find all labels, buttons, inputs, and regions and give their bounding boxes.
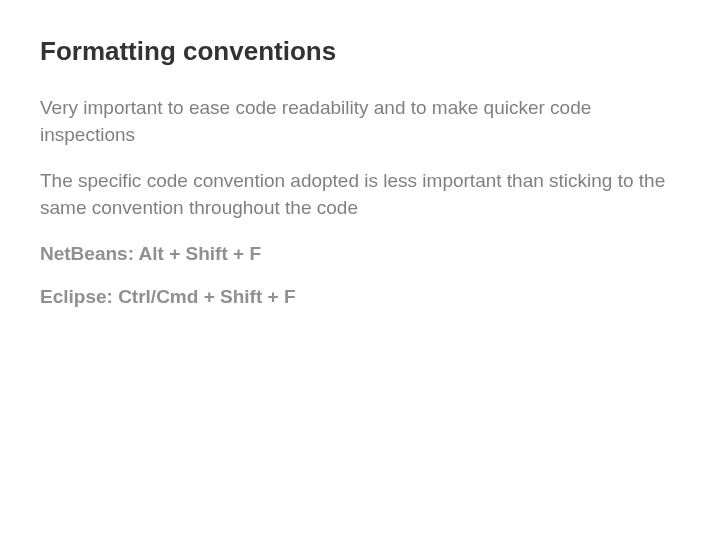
shortcut-netbeans: NetBeans: Alt + Shift + F [40, 241, 680, 268]
paragraph-convention: The specific code convention adopted is … [40, 168, 680, 221]
slide-title: Formatting conventions [40, 36, 680, 67]
paragraph-readability: Very important to ease code readability … [40, 95, 680, 148]
shortcut-eclipse: Eclipse: Ctrl/Cmd + Shift + F [40, 284, 680, 311]
